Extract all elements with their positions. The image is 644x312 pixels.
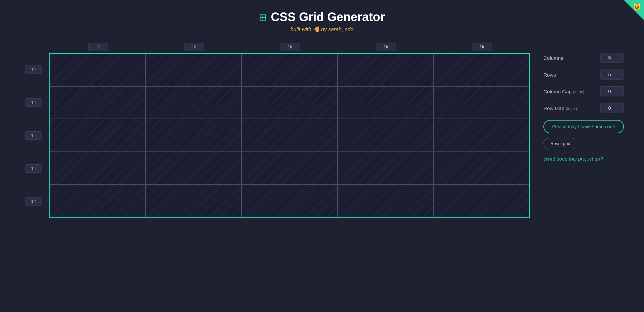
- row-label-input-3[interactable]: [25, 131, 42, 140]
- rows-label: Rows: [543, 72, 556, 78]
- grid-cell: [241, 119, 337, 151]
- column-gap-control-row: Column Gap (in px): [543, 86, 624, 96]
- col-label-1: [50, 43, 146, 51]
- header-logo-icon: ⊞: [259, 12, 267, 23]
- header-subtitle: built with 🍕 by sarah_edo: [0, 26, 644, 33]
- row-label-input-2[interactable]: [25, 98, 42, 107]
- row-label-2: [20, 86, 47, 119]
- row-labels: [20, 53, 47, 218]
- subtitle-by: by sarah_edo: [321, 27, 354, 32]
- project-info-link[interactable]: What does this project do?: [543, 156, 624, 162]
- grid-cell: [50, 119, 146, 151]
- controls-panel: Columns Rows Column Gap (in px) Row Gap …: [543, 43, 624, 162]
- row-label-input-1[interactable]: [25, 65, 42, 74]
- col-label-4: [338, 43, 434, 51]
- grid-cell: [433, 184, 529, 217]
- row-label-1: [20, 53, 47, 86]
- grid-cell: [146, 184, 241, 217]
- col-label-input-1[interactable]: [88, 43, 108, 51]
- row-label-input-5[interactable]: [25, 197, 42, 206]
- corner-icon: 🐱: [633, 3, 641, 11]
- col-label-2: [146, 43, 242, 51]
- col-label-3: [242, 43, 338, 51]
- col-label-5: [434, 43, 530, 51]
- row-gap-control-row: Row Gap (in px): [543, 103, 624, 113]
- grid-cell: [337, 184, 433, 217]
- col-label-input-2[interactable]: [184, 43, 204, 51]
- subtitle-emoji: 🍕: [313, 27, 321, 32]
- grid-cell: [146, 119, 241, 151]
- row-gap-label: Row Gap (in px): [543, 105, 577, 111]
- app-title: CSS Grid Generator: [271, 10, 385, 24]
- get-code-button[interactable]: Please may I have some code: [543, 120, 624, 133]
- row-label-4: [20, 152, 47, 185]
- main-container: Columns Rows Column Gap (in px) Row Gap …: [0, 43, 644, 218]
- grid-cell: [146, 152, 241, 184]
- grid-cell: [433, 54, 529, 86]
- columns-label: Columns: [543, 55, 563, 61]
- grid-cell: [241, 184, 337, 217]
- grid-area: [20, 43, 530, 218]
- grid-cell: [146, 86, 241, 119]
- row-label-3: [20, 119, 47, 152]
- col-label-input-5[interactable]: [472, 43, 492, 51]
- grid-cell: [337, 119, 433, 151]
- row-gap-input[interactable]: [600, 103, 624, 113]
- grid-cell: [241, 54, 337, 86]
- columns-input[interactable]: [600, 53, 624, 63]
- grid-cell: [337, 86, 433, 119]
- grid-cell: [433, 152, 529, 184]
- grid-cell: [241, 86, 337, 119]
- grid-cell: [146, 54, 241, 86]
- grid-cell: [50, 86, 146, 119]
- header: ⊞ CSS Grid Generator built with 🍕 by sar…: [0, 0, 644, 33]
- columns-control-row: Columns: [543, 53, 624, 63]
- grid-cell: [50, 54, 146, 86]
- grid-cell: [337, 152, 433, 184]
- rows-control-row: Rows: [543, 70, 624, 80]
- grid-with-row-labels: [20, 53, 530, 218]
- column-gap-label: Column Gap (in px): [543, 89, 584, 94]
- col-label-input-3[interactable]: [280, 43, 300, 51]
- subtitle-prefix: built with: [290, 27, 311, 32]
- rows-input[interactable]: [600, 70, 624, 80]
- grid-cell: [50, 152, 146, 184]
- grid-cell: [433, 119, 529, 151]
- row-label-input-4[interactable]: [25, 164, 42, 173]
- grid-cell: [433, 86, 529, 119]
- reset-grid-button[interactable]: Reset grid: [543, 138, 577, 149]
- grid-cell: [337, 54, 433, 86]
- grid-display: [49, 53, 530, 218]
- column-labels: [50, 43, 530, 51]
- column-gap-input[interactable]: [600, 86, 624, 96]
- grid-cell: [241, 152, 337, 184]
- grid-cell: [50, 184, 146, 217]
- row-label-5: [20, 185, 47, 218]
- col-label-input-4[interactable]: [376, 43, 396, 51]
